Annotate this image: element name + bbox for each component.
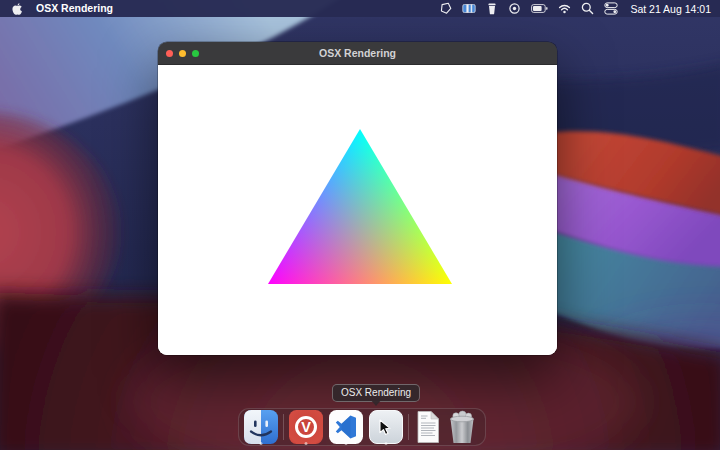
menu-bar-clock[interactable]: Sat 21 Aug 14:01	[630, 3, 711, 15]
rgb-gradient-triangle	[158, 65, 557, 355]
split-display-icon[interactable]	[462, 2, 476, 15]
document-icon	[415, 411, 440, 443]
dock-item-vivaldi[interactable]: V	[289, 409, 323, 445]
svg-text:V: V	[301, 419, 311, 435]
window-title: OSX Rendering	[158, 42, 557, 64]
control-center-icon[interactable]	[604, 2, 618, 15]
vscode-icon	[329, 410, 363, 444]
battery-icon[interactable]	[531, 2, 548, 15]
window-content	[158, 65, 557, 355]
window-titlebar[interactable]: OSX Rendering	[158, 42, 557, 65]
dock-item-trash[interactable]	[446, 409, 478, 445]
running-indicator	[305, 442, 308, 445]
dock-item-document[interactable]	[414, 409, 440, 445]
dock-item-finder[interactable]	[244, 409, 278, 445]
trash-full-icon	[446, 410, 478, 444]
dock-separator	[408, 414, 409, 440]
running-indicator	[385, 442, 388, 445]
vivaldi-icon: V	[289, 410, 323, 444]
tilted-pentagon-icon[interactable]	[439, 2, 452, 15]
apple-menu[interactable]	[11, 2, 23, 16]
finder-icon	[244, 410, 278, 444]
search-icon[interactable]	[581, 2, 594, 15]
app-window: OSX Rendering	[158, 42, 557, 355]
record-circle-icon[interactable]	[508, 2, 521, 15]
desktop: OSX Rendering	[0, 0, 720, 450]
dock-separator	[283, 414, 284, 440]
dock: V	[238, 408, 486, 446]
dock-tooltip-arrow	[370, 399, 382, 406]
menu-bar: OSX Rendering	[0, 0, 720, 17]
coffee-cup-icon[interactable]	[486, 2, 498, 15]
dock-item-vscode[interactable]	[329, 409, 363, 445]
running-indicator	[345, 442, 348, 445]
apple-logo-icon	[11, 2, 23, 16]
active-app-menu[interactable]: OSX Rendering	[36, 0, 113, 17]
minimize-button[interactable]	[179, 50, 186, 57]
close-button[interactable]	[166, 50, 173, 57]
zoom-button[interactable]	[192, 50, 199, 57]
wifi-icon[interactable]	[558, 2, 571, 15]
traffic-lights	[158, 50, 199, 57]
mouse-cursor	[379, 419, 392, 436]
running-indicator	[260, 442, 263, 445]
